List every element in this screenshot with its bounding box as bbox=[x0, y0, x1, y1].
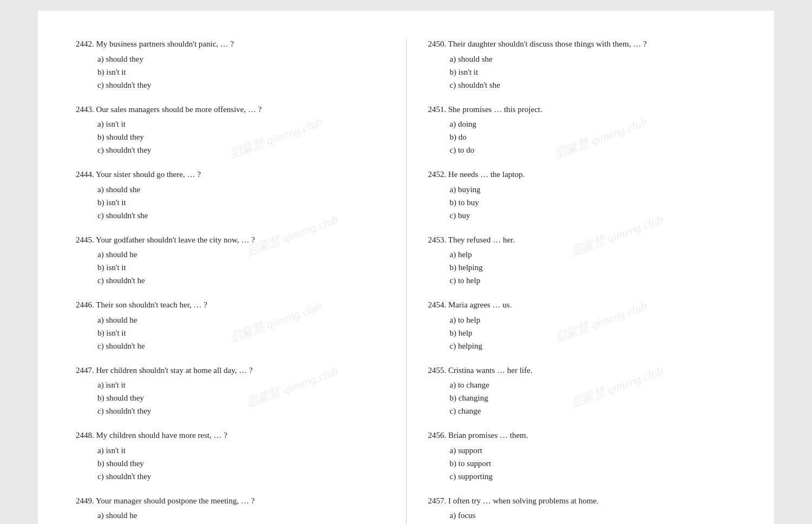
option-q2454-1: b) help bbox=[450, 326, 737, 339]
option-q2449-0: a) should he bbox=[97, 509, 384, 522]
option-q2455-1: b) changing bbox=[450, 391, 737, 404]
option-q2454-2: c) helping bbox=[450, 339, 737, 352]
question-block-q2449: 2449. Your manager should postpone the m… bbox=[76, 495, 384, 525]
question-block-q2445: 2445. Your godfather shouldn't leave the… bbox=[76, 234, 384, 287]
option-q2445-0: a) should he bbox=[97, 248, 384, 261]
option-q2443-1: b) should they bbox=[97, 130, 384, 143]
question-block-q2450: 2450. Their daughter shouldn't discuss t… bbox=[428, 38, 737, 91]
question-block-q2453: 2453. They refused … her.a) helpb) helpi… bbox=[428, 234, 737, 287]
option-q2451-0: a) doing bbox=[450, 117, 737, 130]
option-q2446-0: a) should he bbox=[97, 313, 384, 326]
option-q2442-2: c) shouldn't they bbox=[97, 78, 384, 91]
question-text-q2446: 2446. Their son shouldn't teach her, … ? bbox=[76, 299, 384, 311]
question-text-q2448: 2448. My children should have more rest,… bbox=[76, 429, 384, 442]
question-text-q2445: 2445. Your godfather shouldn't leave the… bbox=[76, 234, 384, 246]
question-text-q2442: 2442. My business partners shouldn't pan… bbox=[76, 38, 384, 50]
options-q2450: a) should sheb) isn't itc) shouldn't she bbox=[428, 53, 737, 91]
question-block-q2456: 2456. Brian promises … them.a) supportb)… bbox=[428, 429, 737, 483]
option-q2453-2: c) to help bbox=[450, 274, 737, 287]
question-text-q2452: 2452. He needs … the laptop. bbox=[428, 168, 737, 181]
options-q2445: a) should heb) isn't itc) shouldn't he bbox=[76, 248, 384, 287]
option-q2444-0: a) should she bbox=[97, 183, 384, 196]
left-column: 2442. My business partners shouldn't pan… bbox=[60, 38, 401, 524]
option-q2457-0: a) focus bbox=[450, 509, 737, 522]
option-q2456-2: c) supporting bbox=[450, 470, 737, 483]
question-block-q2455: 2455. Cristina wants … her life.a) to ch… bbox=[428, 364, 737, 418]
question-text-q2456: 2456. Brian promises … them. bbox=[428, 429, 737, 442]
option-q2456-0: a) support bbox=[450, 444, 737, 457]
option-q2447-2: c) shouldn't they bbox=[97, 404, 384, 417]
option-q2447-1: b) should they bbox=[97, 391, 384, 404]
options-q2446: a) should heb) isn't itc) shouldn't he bbox=[76, 313, 384, 352]
right-column: 2450. Their daughter shouldn't discuss t… bbox=[412, 38, 753, 524]
option-q2444-2: c) shouldn't she bbox=[97, 209, 384, 222]
question-text-q2447: 2447. Her children shouldn't stay at hom… bbox=[76, 364, 384, 377]
question-block-q2452: 2452. He needs … the laptop.a) buyingb) … bbox=[428, 168, 737, 222]
option-q2451-2: c) to do bbox=[450, 143, 737, 156]
question-text-q2457: 2457. I often try … when solving problem… bbox=[428, 495, 737, 507]
option-q2448-2: c) shouldn't they bbox=[97, 470, 384, 483]
question-text-q2443: 2443. Our sales managers should be more … bbox=[76, 103, 384, 116]
question-text-q2455: 2455. Cristina wants … her life. bbox=[428, 364, 737, 377]
option-q2452-0: a) buying bbox=[450, 183, 737, 196]
option-q2443-0: a) isn't it bbox=[97, 117, 384, 130]
options-q2448: a) isn't itb) should theyc) shouldn't th… bbox=[76, 444, 384, 483]
option-q2456-1: b) to support bbox=[450, 457, 737, 470]
options-q2451: a) doingb) doc) to do bbox=[428, 117, 737, 156]
option-q2447-0: a) isn't it bbox=[97, 378, 384, 391]
option-q2455-2: c) change bbox=[450, 404, 737, 417]
question-block-q2448: 2448. My children should have more rest,… bbox=[76, 429, 384, 483]
option-q2452-1: b) to buy bbox=[450, 196, 737, 209]
option-q2446-2: c) shouldn't he bbox=[97, 339, 384, 352]
option-q2448-0: a) isn't it bbox=[97, 444, 384, 457]
question-text-q2444: 2444. Your sister should go there, … ? bbox=[76, 168, 384, 181]
option-q2451-1: b) do bbox=[450, 130, 737, 143]
option-q2442-0: a) should they bbox=[97, 53, 384, 66]
options-q2442: a) should theyb) isn't itc) shouldn't th… bbox=[76, 53, 384, 91]
option-q2452-2: c) buy bbox=[450, 209, 737, 222]
option-q2450-2: c) shouldn't she bbox=[450, 78, 737, 91]
option-q2445-2: c) shouldn't he bbox=[97, 274, 384, 287]
option-q2455-0: a) to change bbox=[450, 378, 737, 391]
column-divider bbox=[406, 38, 407, 524]
options-q2447: a) isn't itb) should theyc) shouldn't th… bbox=[76, 378, 384, 417]
option-q2444-1: b) isn't it bbox=[97, 196, 384, 209]
option-q2457-1: b) focusing bbox=[450, 522, 737, 524]
options-q2449: a) should heb) shouldn't hec) isn't it bbox=[76, 509, 384, 524]
option-q2442-1: b) isn't it bbox=[97, 66, 384, 78]
options-q2457: a) focusb) focusingc) to focus bbox=[428, 509, 737, 524]
option-q2446-1: b) isn't it bbox=[97, 326, 384, 339]
question-text-q2450: 2450. Their daughter shouldn't discuss t… bbox=[428, 38, 737, 50]
question-block-q2454: 2454. Maria agrees … us.a) to helpb) hel… bbox=[428, 299, 737, 352]
question-text-q2449: 2449. Your manager should postpone the m… bbox=[76, 495, 384, 507]
option-q2450-1: b) isn't it bbox=[450, 66, 737, 78]
page: 2442. My business partners shouldn't pan… bbox=[38, 11, 774, 524]
option-q2453-1: b) helping bbox=[450, 261, 737, 274]
question-block-q2451: 2451. She promises … this project.a) doi… bbox=[428, 103, 737, 157]
options-q2456: a) supportb) to supportc) supporting bbox=[428, 444, 737, 483]
option-q2453-0: a) help bbox=[450, 248, 737, 261]
option-q2445-1: b) isn't it bbox=[97, 261, 384, 274]
option-q2450-0: a) should she bbox=[450, 53, 737, 66]
question-text-q2451: 2451. She promises … this project. bbox=[428, 103, 737, 116]
option-q2443-2: c) shouldn't they bbox=[97, 143, 384, 156]
question-block-q2446: 2446. Their son shouldn't teach her, … ?… bbox=[76, 299, 384, 352]
question-text-q2453: 2453. They refused … her. bbox=[428, 234, 737, 246]
options-q2444: a) should sheb) isn't itc) shouldn't she bbox=[76, 183, 384, 222]
option-q2449-1: b) shouldn't he bbox=[97, 522, 384, 524]
options-q2455: a) to changeb) changingc) change bbox=[428, 378, 737, 417]
question-block-q2443: 2443. Our sales managers should be more … bbox=[76, 103, 384, 157]
question-block-q2442: 2442. My business partners shouldn't pan… bbox=[76, 38, 384, 91]
options-q2443: a) isn't itb) should theyc) shouldn't th… bbox=[76, 117, 384, 156]
option-q2454-0: a) to help bbox=[450, 313, 737, 326]
question-block-q2444: 2444. Your sister should go there, … ?a)… bbox=[76, 168, 384, 222]
option-q2448-1: b) should they bbox=[97, 457, 384, 470]
question-block-q2457: 2457. I often try … when solving problem… bbox=[428, 495, 737, 525]
options-q2452: a) buyingb) to buyc) buy bbox=[428, 183, 737, 222]
question-text-q2454: 2454. Maria agrees … us. bbox=[428, 299, 737, 311]
question-block-q2447: 2447. Her children shouldn't stay at hom… bbox=[76, 364, 384, 418]
options-q2453: a) helpb) helpingc) to help bbox=[428, 248, 737, 287]
options-q2454: a) to helpb) helpc) helping bbox=[428, 313, 737, 352]
